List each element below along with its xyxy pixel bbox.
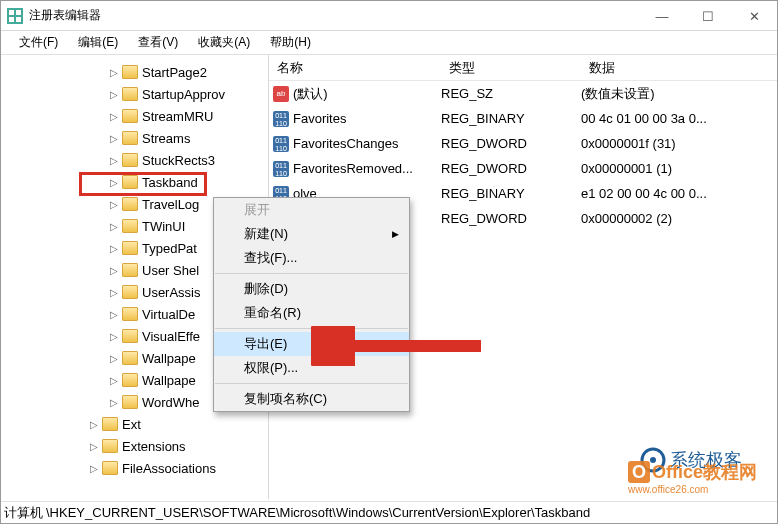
tree-label: StuckRects3 [142,153,215,168]
menu-help[interactable]: 帮助(H) [260,32,321,53]
expander-icon[interactable]: ▷ [88,419,100,430]
svg-rect-2 [16,10,21,15]
expander-icon[interactable]: ▷ [108,155,120,166]
value-data: e1 02 00 00 4c 00 0... [581,186,777,201]
list-header[interactable]: 名称 类型 数据 [269,55,777,81]
list-row[interactable]: 011110FavoritesRemoved...REG_DWORD0x0000… [269,156,777,181]
expander-icon[interactable]: ▷ [108,89,120,100]
minimize-button[interactable]: — [639,1,685,31]
value-type: REG_DWORD [441,136,581,151]
list-row[interactable]: ab(默认)REG_SZ(数值未设置) [269,81,777,106]
string-value-icon: ab [273,86,289,102]
value-data: 0x0000001f (31) [581,136,777,151]
ctx-permissions[interactable]: 权限(P)... [214,356,409,380]
menu-view[interactable]: 查看(V) [128,32,188,53]
tree-label: TWinUI [142,219,185,234]
separator [215,383,408,384]
expander-icon[interactable]: ▷ [88,441,100,452]
value-type: REG_SZ [441,86,581,101]
ctx-rename[interactable]: 重命名(R) [214,301,409,325]
tree-item[interactable]: ▷Ext [1,413,268,435]
submenu-arrow-icon: ▶ [392,229,399,239]
list-row[interactable]: 011110FavoritesChangesREG_DWORD0x0000001… [269,131,777,156]
expander-icon[interactable]: ▷ [108,331,120,342]
tree-item[interactable]: ▷FileAssociations [1,457,268,479]
col-type[interactable]: 类型 [441,59,581,77]
close-button[interactable]: ✕ [731,1,777,31]
tree-label: FileAssociations [122,461,216,476]
folder-icon [102,417,118,431]
expander-icon[interactable]: ▷ [108,243,120,254]
tree-label: Taskband [142,175,198,190]
expander-icon[interactable]: ▷ [108,287,120,298]
value-name: Favorites [293,111,346,126]
value-name: (默认) [293,85,328,103]
ctx-new-label: 新建(N) [244,225,288,243]
folder-icon [122,65,138,79]
folder-icon [102,461,118,475]
folder-icon [122,219,138,233]
tree-item[interactable]: ▷Extensions [1,435,268,457]
status-label: 计算机 [1,504,46,522]
folder-icon [122,395,138,409]
expander-icon[interactable]: ▷ [108,177,120,188]
value-data: (数值未设置) [581,85,777,103]
menu-edit[interactable]: 编辑(E) [68,32,128,53]
status-bar: 计算机 \HKEY_CURRENT_USER\SOFTWARE\Microsof… [1,501,777,523]
folder-icon [122,109,138,123]
title-bar: 注册表编辑器 — ☐ ✕ [1,1,777,31]
ctx-find[interactable]: 查找(F)... [214,246,409,270]
tree-item[interactable]: ▷Taskband [1,171,268,193]
tree-label: UserAssis [142,285,201,300]
list-row[interactable]: 011110FavoritesREG_BINARY00 4c 01 00 00 … [269,106,777,131]
svg-rect-4 [16,17,21,22]
expander-icon[interactable]: ▷ [108,133,120,144]
expander-icon[interactable]: ▷ [108,265,120,276]
separator [215,328,408,329]
expander-icon[interactable]: ▷ [108,309,120,320]
tree-label: WordWhe [142,395,200,410]
maximize-button[interactable]: ☐ [685,1,731,31]
folder-icon [122,175,138,189]
watermark-office26: OOffice教程网 www.office26.com [628,460,757,495]
menu-file[interactable]: 文件(F) [9,32,68,53]
tree-item[interactable]: ▷StartPage2 [1,61,268,83]
expander-icon[interactable]: ▷ [108,111,120,122]
ctx-export[interactable]: 导出(E) [214,332,409,356]
expander-icon[interactable]: ▷ [108,397,120,408]
expander-icon[interactable]: ▷ [108,353,120,364]
expander-icon[interactable]: ▷ [108,375,120,386]
col-data[interactable]: 数据 [581,59,777,77]
expander-icon[interactable]: ▷ [108,67,120,78]
folder-icon [122,329,138,343]
value-name: FavoritesRemoved... [293,161,413,176]
folder-icon [122,285,138,299]
tree-item[interactable]: ▷Streams [1,127,268,149]
folder-icon [122,241,138,255]
menu-favorites[interactable]: 收藏夹(A) [188,32,260,53]
expander-icon[interactable]: ▷ [108,221,120,232]
ctx-delete[interactable]: 删除(D) [214,277,409,301]
tree-label: Extensions [122,439,186,454]
tree-label: Ext [122,417,141,432]
expander-icon[interactable]: ▷ [108,199,120,210]
folder-icon [122,373,138,387]
tree-label: User Shel [142,263,199,278]
col-name[interactable]: 名称 [269,59,441,77]
tree-item[interactable]: ▷StreamMRU [1,105,268,127]
window-title: 注册表编辑器 [29,7,101,24]
tree-label: Streams [142,131,190,146]
tree-label: Wallpape [142,373,196,388]
value-type: REG_BINARY [441,186,581,201]
folder-icon [122,153,138,167]
ctx-copykey[interactable]: 复制项名称(C) [214,387,409,411]
expander-icon[interactable]: ▷ [88,463,100,474]
tree-item[interactable]: ▷StuckRects3 [1,149,268,171]
tree-label: StartupApprov [142,87,225,102]
ctx-new[interactable]: 新建(N) ▶ [214,222,409,246]
value-type: REG_BINARY [441,111,581,126]
tree-label: TravelLog [142,197,199,212]
context-menu: 展开 新建(N) ▶ 查找(F)... 删除(D) 重命名(R) 导出(E) 权… [213,197,410,412]
value-type: REG_DWORD [441,211,581,226]
tree-item[interactable]: ▷StartupApprov [1,83,268,105]
